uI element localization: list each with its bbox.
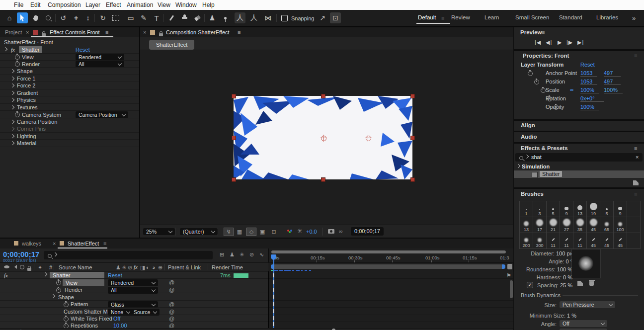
- brush-preset[interactable]: 45: [586, 217, 600, 233]
- anchor-x-value[interactable]: 1053: [580, 70, 597, 77]
- pen-tool-icon[interactable]: ✎: [138, 12, 149, 23]
- workspace-small-screen[interactable]: Small Screen: [515, 14, 549, 20]
- rectangle-tool-icon[interactable]: ▭: [125, 12, 136, 23]
- home-icon[interactable]: ⌂: [4, 12, 15, 23]
- workspace-default[interactable]: Default: [418, 14, 436, 20]
- selection-handle[interactable]: [232, 136, 236, 140]
- snapping-checkbox[interactable]: [281, 15, 288, 21]
- tab-close-icon[interactable]: ×: [53, 241, 56, 247]
- panel-menu-icon[interactable]: ≡: [634, 53, 637, 59]
- puppet-pin-tool-icon[interactable]: [220, 12, 231, 23]
- selection-handle[interactable]: [321, 177, 325, 182]
- panel-menu-icon[interactable]: ≡: [634, 145, 637, 151]
- clear-search-icon[interactable]: ×: [636, 154, 639, 160]
- layer-crosshair[interactable]: [366, 136, 371, 141]
- label-column-icon[interactable]: ✦: [38, 264, 42, 271]
- brush-preset[interactable]: 11: [560, 233, 573, 249]
- stopwatch-icon[interactable]: [534, 80, 539, 84]
- new-brush-icon[interactable]: [577, 281, 583, 286]
- row-pattern-property[interactable]: Pattern Glass @: [0, 300, 268, 308]
- clone-stamp-tool-icon[interactable]: [179, 12, 190, 23]
- resolution-dropdown[interactable]: (Quarter): [180, 228, 218, 235]
- menu-help[interactable]: Help: [202, 1, 215, 8]
- selection-tool-icon[interactable]: [17, 12, 28, 23]
- reset-link[interactable]: Reset: [108, 272, 122, 278]
- chevron-down-icon[interactable]: [3, 47, 7, 51]
- brush-preset[interactable]: 9: [560, 201, 573, 217]
- camera-tool-icon[interactable]: [110, 12, 121, 23]
- pan-camera-tool-icon[interactable]: +: [71, 12, 81, 23]
- ec-render-dropdown[interactable]: All: [76, 61, 124, 68]
- view-property-chip[interactable]: View: [63, 279, 104, 286]
- adjustment-switch-icon[interactable]: ◨: [140, 264, 145, 271]
- stopwatch-icon[interactable]: [15, 62, 20, 67]
- roto-brush-tool-icon[interactable]: ♟: [207, 12, 218, 23]
- timeline-navigator-bar[interactable]: [271, 250, 506, 253]
- current-timecode[interactable]: 0;00;00;17: [3, 250, 39, 258]
- menu-file[interactable]: File: [14, 1, 23, 8]
- tab-close-icon[interactable]: ×: [143, 29, 146, 35]
- rotation-value[interactable]: 0x+0°: [580, 95, 604, 102]
- panel-menu-icon[interactable]: ≡: [103, 241, 106, 247]
- tab-composition[interactable]: Composition ShatterEffect: [166, 29, 230, 35]
- workspace-learn[interactable]: Learn: [484, 14, 499, 20]
- pickwhip-icon[interactable]: @: [169, 316, 174, 322]
- position-x-value[interactable]: 1053: [580, 79, 597, 85]
- pickwhip-icon[interactable]: @: [169, 279, 174, 285]
- roundness-row[interactable]: Roundness: 100 %: [521, 266, 572, 272]
- go-to-end-button[interactable]: ▶|: [577, 39, 584, 46]
- ec-group-physics[interactable]: Physics: [0, 96, 139, 103]
- comp-marker-bin-icon[interactable]: ⚑: [506, 272, 511, 279]
- comp-mini-flowchart-icon[interactable]: ⊞: [220, 251, 224, 258]
- tab-close-icon[interactable]: ×: [26, 29, 29, 35]
- white-tiles-fixed-value[interactable]: Off: [113, 316, 120, 322]
- next-frame-button[interactable]: |▶: [566, 39, 573, 46]
- transparency-grid-icon[interactable]: ▦: [235, 228, 244, 236]
- row-white-tiles-fixed[interactable]: White Tiles Fixed Off @: [0, 315, 268, 322]
- number-column[interactable]: #: [49, 264, 52, 270]
- menu-view[interactable]: View: [158, 1, 170, 8]
- orbit-camera-tool-icon[interactable]: ↺: [58, 12, 69, 23]
- vertical-scrollbar-thumb[interactable]: [510, 280, 513, 298]
- panel-menu-icon[interactable]: ≡: [542, 29, 545, 35]
- pickwhip-icon[interactable]: @: [169, 301, 174, 307]
- quality-switch-icon[interactable]: ⊘: [128, 264, 132, 271]
- collapse-switch-icon[interactable]: ✳: [122, 264, 126, 271]
- shy-switch-icon[interactable]: ♟: [116, 264, 121, 271]
- brush-tool-icon[interactable]: [166, 12, 177, 23]
- brush-preset[interactable]: 3: [533, 201, 547, 217]
- row-render-property[interactable]: Render All @: [0, 286, 268, 293]
- work-area-end-grip[interactable]: [507, 264, 512, 269]
- exposure-value[interactable]: +0.0: [306, 229, 317, 235]
- ec-group-gradient[interactable]: Gradient: [0, 89, 139, 96]
- brush-preset[interactable]: 200: [519, 233, 533, 249]
- selection-handle[interactable]: [410, 136, 415, 140]
- puppet-position-pin-icon[interactable]: 人: [235, 12, 245, 23]
- frame-blending-icon[interactable]: ✳: [240, 251, 244, 258]
- row-shatter-effect[interactable]: fx Shatter Reset 7ms: [0, 271, 268, 279]
- view-dropdown[interactable]: Rendered: [108, 279, 158, 286]
- zoom-tool-icon[interactable]: [43, 12, 54, 23]
- region-of-interest-icon[interactable]: ▣: [258, 228, 267, 236]
- ec-group-shape[interactable]: Shape: [0, 67, 139, 75]
- search-input-value[interactable]: shat: [531, 154, 542, 160]
- workspace-libraries[interactable]: Libraries: [596, 14, 618, 20]
- graph-editor-icon[interactable]: ∿: [259, 251, 264, 258]
- effects-search-box[interactable]: shat ×: [515, 153, 643, 162]
- menu-layer[interactable]: Layer: [85, 1, 100, 8]
- brush-preset[interactable]: 45: [586, 233, 600, 249]
- audio-panel[interactable]: Audio: [514, 132, 644, 142]
- shy-layers-icon[interactable]: ♟: [230, 251, 235, 258]
- ec-view-dropdown[interactable]: Rendered: [76, 54, 124, 61]
- position-y-value[interactable]: 497: [604, 79, 621, 85]
- workspace-standard[interactable]: Standard: [559, 14, 582, 20]
- hand-tool-icon[interactable]: [30, 12, 41, 23]
- stopwatch-icon[interactable]: [541, 88, 546, 93]
- render-time-column[interactable]: Render Time: [212, 264, 243, 270]
- row-shape-group[interactable]: Shape: [0, 293, 268, 301]
- motion-blur-icon[interactable]: ⊘: [249, 251, 254, 258]
- stopwatch-icon[interactable]: [56, 280, 61, 285]
- tab-effect-controls[interactable]: Effect Controls Front: [50, 29, 100, 35]
- previous-frame-button[interactable]: ◀|: [546, 39, 552, 46]
- stopwatch-icon[interactable]: [64, 302, 69, 307]
